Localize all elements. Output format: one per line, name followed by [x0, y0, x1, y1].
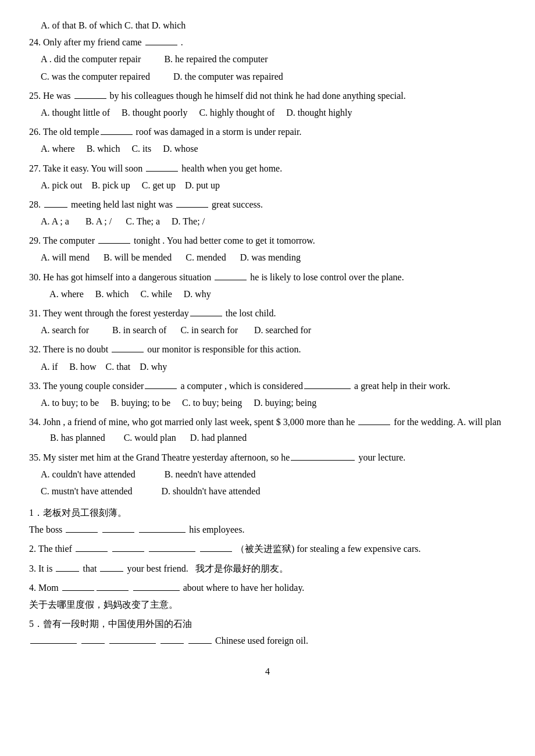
- question-31: 31. They went through the forest yesterd…: [29, 305, 506, 321]
- question-26: 26. The old temple roof was damaged in a…: [29, 124, 506, 140]
- translation-5-english: Chinese used foreign oil.: [29, 633, 506, 648]
- q24-options: A . did the computer repair B. he repair…: [41, 51, 506, 67]
- question-24: 24. Only after my friend came .: [29, 34, 506, 50]
- q26-options: A. where B. which C. its D. whose: [41, 141, 506, 156]
- q28-options: A. A ; a B. A ; / C. The; a D. The; /: [41, 213, 506, 229]
- question-33: 33. The young couple consider a computer…: [29, 378, 506, 394]
- q27-options: A. pick out B. pick up C. get up D. put …: [41, 177, 506, 193]
- translation-2: 2. The thief （被关进监狱) for stealing a few …: [29, 541, 506, 557]
- q33-options: A. to buy; to be B. buying; to be C. to …: [41, 395, 506, 411]
- page-content: A. of that B. of which C. that D. which …: [29, 17, 506, 649]
- translation-1-english: The boss his employees.: [29, 522, 506, 537]
- q30-options: A. where B. which C. while D. why: [41, 286, 506, 302]
- q24-options-2: C. was the computer repaired D. the comp…: [41, 69, 506, 84]
- translation-5-chinese: 5．曾有一段时期，中国使用外国的石油: [29, 616, 506, 632]
- question-35: 35. My sister met him at the Grand Theat…: [29, 450, 506, 465]
- question-28: 28. meeting held last night was great su…: [29, 197, 506, 212]
- translation-1-chinese: 1．老板对员工很刻薄。: [29, 505, 506, 520]
- q35-options: A. couldn't have attended B. needn't hav…: [41, 466, 506, 482]
- question-30: 30. He has got himself into a dangerous …: [29, 269, 506, 285]
- question-34: 34. John , a friend of mine, who got mar…: [29, 414, 506, 445]
- question-27: 27. Take it easy. You will soon health w…: [29, 161, 506, 176]
- q25-options: A. thought little of B. thought poorly C…: [41, 105, 506, 120]
- question-25: 25. He was by his colleagues though he h…: [29, 88, 506, 104]
- q32-options: A. if B. how C. that D. why: [41, 359, 506, 375]
- q31-options: A. search for B. in search of C. in sear…: [41, 322, 506, 338]
- translation-4-chinese: 关于去哪里度假，妈妈改变了主意。: [29, 597, 506, 612]
- page-number: 4: [29, 666, 506, 677]
- translation-4-english: 4. Mom about where to have her holiday.: [29, 580, 506, 595]
- q35-options-2: C. mustn't have attended D. shouldn't ha…: [41, 483, 506, 499]
- q29-options: A. will mend B. will be mended C. mended…: [41, 249, 506, 265]
- translation-3: 3. It is that your best friend. 我才是你最好的朋…: [29, 561, 506, 576]
- question-32: 32. There is no doubt our monitor is res…: [29, 341, 506, 357]
- top-options: A. of that B. of which C. that D. which: [41, 17, 506, 33]
- question-29: 29. The computer tonight . You had bette…: [29, 233, 506, 248]
